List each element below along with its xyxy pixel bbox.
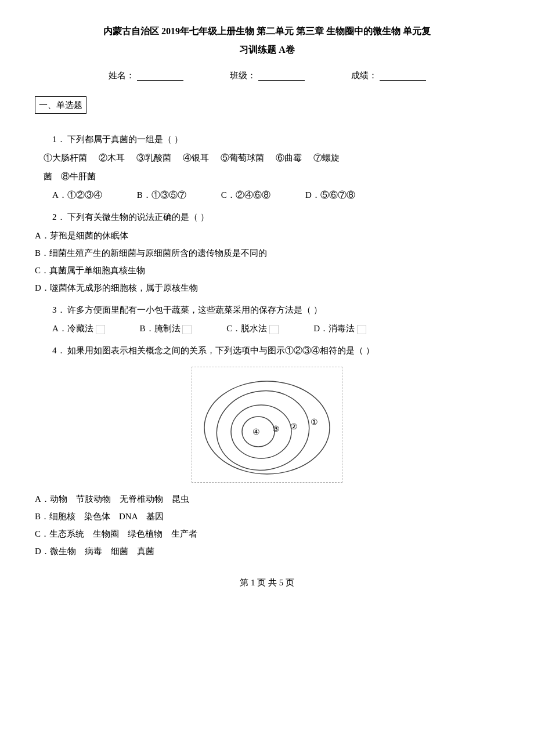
nested-circles-svg: ① ② ③ ④: [200, 372, 334, 477]
q4-number: 4．: [52, 346, 66, 355]
page-title-line1: 内蒙古自治区 2019年七年级上册生物 第二单元 第三章 生物圈中的微生物 单元…: [35, 23, 499, 40]
name-field: 姓名：: [109, 68, 183, 82]
q1-items-cont: 菌 ⑧牛肝菌: [35, 169, 499, 183]
q2-option-c: C．真菌属于单细胞真核生物: [35, 263, 499, 277]
svg-point-2: [231, 405, 291, 458]
q4-option-a: A．动物 节肢动物 无脊椎动物 昆虫: [35, 492, 499, 506]
label-3: ③: [272, 425, 280, 433]
q3-choice-b: B．腌制法: [140, 321, 192, 335]
q3-choice-a: A．冷藏法: [52, 321, 105, 335]
q1-choice-d: D．⑤⑥⑦⑧: [305, 188, 355, 202]
score-label: 成绩：: [351, 68, 377, 82]
section1-header: 一、单选题: [35, 96, 86, 114]
q4-option-d: D．微生物 病毒 细菌 真菌: [35, 544, 499, 558]
q4-option-b: B．细胞核 染色体 DNA 基因: [35, 509, 499, 523]
score-underline: [380, 70, 426, 81]
label-2: ②: [290, 422, 298, 431]
page-footer: 第 1 页 共 5 页: [35, 576, 499, 589]
q3-number: 3．: [52, 305, 66, 314]
question-4: 4． 如果用如图表示相关概念之间的关系，下列选项中与图示①②③④相符的是（ ） …: [35, 343, 499, 558]
q4-option-c: C．生态系统 生物圈 绿色植物 生产者: [35, 527, 499, 541]
class-label: 班级：: [230, 68, 256, 82]
question-1: 1． 下列都属于真菌的一组是（ ） ①大肠杆菌 ②木耳 ③乳酸菌 ④银耳 ⑤葡萄…: [35, 132, 499, 202]
q1-choice-b: B．①③⑤⑦: [137, 188, 186, 202]
q3-choices: A．冷藏法 B．腌制法 C．脱水法 D．消毒法: [52, 321, 499, 335]
q1-choices: A．①②③④ B．①③⑤⑦ C．②④⑥⑧ D．⑤⑥⑦⑧: [52, 188, 499, 202]
q2-option-a: A．芽孢是细菌的休眠体: [35, 229, 499, 243]
q4-diagram: ① ② ③ ④: [192, 367, 342, 483]
q1-title: 1． 下列都属于真菌的一组是（ ）: [35, 132, 499, 146]
name-label: 姓名：: [109, 68, 135, 82]
q2-option-d: D．噬菌体无成形的细胞核，属于原核生物: [35, 281, 499, 295]
q2-option-b: B．细菌生殖产生的新细菌与原细菌所含的遗传物质是不同的: [35, 246, 499, 260]
label-1: ①: [311, 418, 318, 426]
class-underline: [258, 70, 305, 81]
name-underline: [137, 70, 183, 81]
q1-items: ①大肠杆菌 ②木耳 ③乳酸菌 ④银耳 ⑤葡萄球菌 ⑥曲霉 ⑦螺旋: [35, 151, 499, 165]
question-2: 2． 下列有关微生物的说法正确的是（ ） A．芽孢是细菌的休眠体 B．细菌生殖产…: [35, 210, 499, 295]
info-row: 姓名： 班级： 成绩：: [35, 68, 499, 82]
q3-title: 3． 许多方便面里配有一小包干蔬菜，这些蔬菜采用的保存方法是（ ）: [35, 303, 499, 317]
question-3: 3． 许多方便面里配有一小包干蔬菜，这些蔬菜采用的保存方法是（ ） A．冷藏法 …: [35, 303, 499, 335]
footer-text: 第 1 页 共 5 页: [240, 578, 294, 587]
q2-number: 2．: [52, 212, 66, 222]
q1-choice-a: A．①②③④: [52, 188, 102, 202]
q2-text: 下列有关微生物的说法正确的是（ ）: [67, 212, 209, 222]
class-field: 班级：: [230, 68, 305, 82]
q1-choice-c: C．②④⑥⑧: [221, 188, 270, 202]
q1-number: 1．: [52, 135, 66, 144]
label-4: ④: [252, 428, 260, 436]
q1-text: 下列都属于真菌的一组是（ ）: [67, 135, 183, 144]
q2-title: 2． 下列有关微生物的说法正确的是（ ）: [35, 210, 499, 224]
q4-title: 4． 如果用如图表示相关概念之间的关系，下列选项中与图示①②③④相符的是（ ）: [35, 343, 499, 357]
page-title-line2: 习训练题 A卷: [35, 42, 499, 57]
q3-choice-c: C．脱水法: [226, 321, 279, 335]
q3-choice-d: D．消毒法: [313, 321, 366, 335]
q3-text: 许多方便面里配有一小包干蔬菜，这些蔬菜采用的保存方法是（ ）: [67, 305, 322, 314]
q4-text: 如果用如图表示相关概念之间的关系，下列选项中与图示①②③④相符的是（ ）: [67, 346, 374, 355]
svg-point-0: [204, 381, 330, 474]
score-field: 成绩：: [351, 68, 426, 82]
